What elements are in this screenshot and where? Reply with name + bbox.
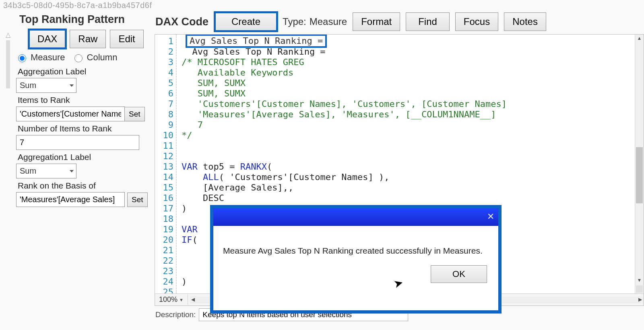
scroll-thumb[interactable] (636, 147, 643, 203)
numitems-label: Number of Items to Rank (18, 124, 151, 133)
code-line-19a: IF (182, 235, 192, 245)
radio-measure[interactable]: Measure (16, 52, 65, 63)
tab-dax[interactable]: DAX (29, 30, 66, 48)
close-icon[interactable]: ✕ (487, 211, 494, 222)
rankon-label: Rank on the Basis of (18, 181, 151, 191)
code-line-18b (198, 224, 203, 234)
scroll-down-icon[interactable]: ▼ (637, 277, 642, 283)
agg1-select[interactable]: Sum (16, 164, 76, 178)
code-line-12c: RANKX (240, 162, 267, 172)
type-value: Measure (310, 16, 347, 27)
dialog-header: ✕ (213, 208, 498, 226)
caret-icon (70, 170, 74, 172)
items-label: Items to Rank (18, 95, 151, 105)
radio-row: Measure Column (16, 52, 151, 63)
items-set-button[interactable]: Set (124, 107, 145, 121)
scroll-corner (636, 285, 643, 293)
code-line-16: ) (182, 203, 187, 213)
scroll-left-icon[interactable]: ◀ (191, 297, 195, 302)
radio-column[interactable]: Column (72, 52, 118, 63)
sidebar-tabs: DAX Raw Edit (29, 30, 151, 48)
code-line-15: DESC (182, 193, 224, 203)
notes-button[interactable]: Notes (504, 12, 546, 31)
format-button[interactable]: Format (353, 12, 400, 31)
gutter-scrollbar[interactable] (6, 40, 10, 88)
code-line-4: SUM, SUMX (182, 78, 246, 88)
radio-column-input[interactable] (74, 54, 83, 62)
agg-label: Aggregation Label (18, 67, 151, 76)
editor-vscroll[interactable]: ▲ ▼ (635, 35, 644, 293)
left-gutter: △ (0, 11, 16, 324)
create-button[interactable]: Create (215, 12, 277, 31)
dialog-body: Measure Avg Sales Top N Ranking created … (213, 226, 498, 290)
tab-edit[interactable]: Edit (110, 30, 143, 48)
focus-button[interactable]: Focus (455, 12, 498, 31)
code-line-6: 'Customers'[Customer Names], 'Customers'… (182, 99, 507, 109)
ok-button[interactable]: OK (431, 265, 487, 283)
type-label: Type: (283, 16, 306, 27)
code-line-7: 'Measures'[Average Sales], 'Measures', [… (182, 109, 496, 119)
code-line-12d: ( (267, 162, 272, 172)
items-input[interactable] (16, 107, 125, 121)
sidebar: Top Ranking Pattern DAX Raw Edit Measure… (16, 11, 153, 324)
agg1-select-value: Sum (20, 166, 36, 175)
code-line-9: */ (182, 130, 192, 140)
radio-column-label: Column (87, 52, 118, 63)
code-line-12a: VAR (182, 162, 198, 172)
agg-select-value: Sum (20, 81, 36, 90)
dialog-message: Measure Avg Sales Top N Ranking created … (223, 246, 483, 255)
sidebar-title: Top Ranking Pattern (19, 13, 151, 26)
zoom-value: 100% (159, 295, 178, 304)
code-line-19b: ( (192, 235, 198, 245)
measure-name-highlight: Avg Sales Top N Ranking = (187, 36, 325, 46)
agg-select[interactable]: Sum (16, 78, 76, 93)
code-line-18a: VAR (182, 224, 198, 234)
code-line-20 (182, 245, 203, 255)
gutter-up-icon[interactable]: △ (6, 31, 10, 39)
code-line-21 (182, 256, 203, 266)
caret-icon: ▼ (179, 297, 184, 302)
code-line-13c: 'Customers' (229, 172, 288, 182)
caret-icon (70, 84, 74, 87)
type-display: Type: Measure (283, 16, 347, 27)
code-line-3: Available Keywords (182, 68, 293, 78)
code-line-23: ) (182, 277, 187, 287)
code-line-12b: top5 = (198, 162, 240, 172)
radio-measure-input[interactable] (18, 54, 26, 62)
code-line-13d: [Customer Names] ), (288, 172, 390, 182)
toolbar: DAX Code Create Type: Measure Format Fin… (155, 11, 644, 34)
agg1-label: Aggregation1 Label (18, 152, 151, 162)
code-line-13b: ( (219, 172, 230, 182)
code-line-14: [Average Sales],, (182, 182, 293, 193)
code-line-22 (182, 266, 203, 276)
find-button[interactable]: Find (406, 12, 450, 31)
code-line-5: SUM, SUMX (182, 88, 246, 98)
success-dialog: ✕ Measure Avg Sales Top N Ranking create… (210, 205, 502, 314)
rankon-set-button[interactable]: Set (127, 193, 148, 207)
description-label: Description: (155, 310, 196, 319)
zoom-selector[interactable]: 100% ▼ (155, 295, 188, 305)
radio-measure-label: Measure (31, 52, 65, 63)
numitems-input[interactable] (16, 135, 139, 150)
line-numbers: 1234567891011121314151617181920212223242… (155, 35, 177, 293)
scroll-right-icon[interactable]: ▶ (638, 297, 642, 302)
code-line-8: 7 (182, 120, 203, 130)
tab-raw[interactable]: Raw (70, 30, 106, 48)
rankon-input[interactable] (16, 192, 125, 207)
toolbar-title: DAX Code (155, 16, 208, 28)
window-guid: 34b3c5-08d0-495b-8c7a-a1b9ba457d6f (0, 0, 644, 11)
code-line-2: /* MICROSOFT HATES GREG (182, 57, 304, 67)
code-line-13a: ALL (182, 172, 219, 182)
scroll-up-icon[interactable]: ▲ (637, 35, 642, 41)
code-line-1: Avg Sales Top N Ranking = (182, 47, 331, 57)
